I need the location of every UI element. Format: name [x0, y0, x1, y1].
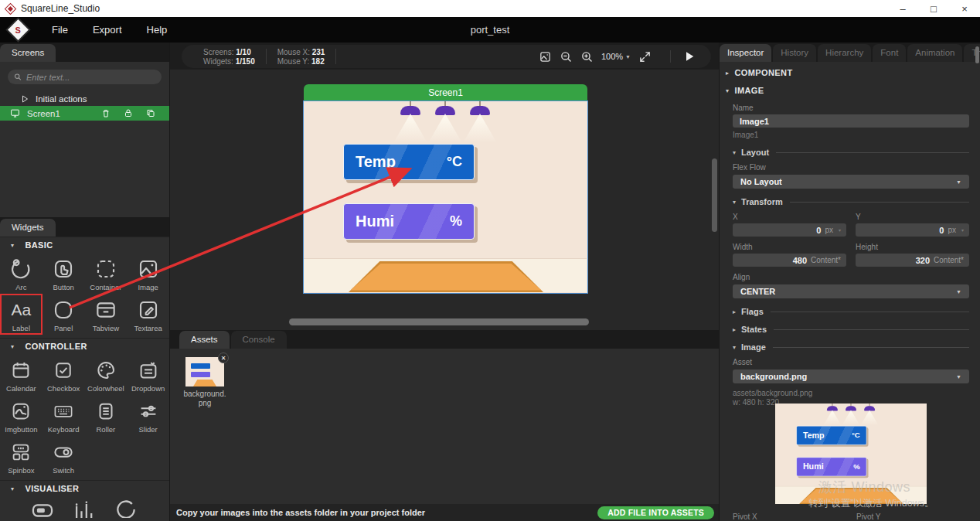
panel-icon — [51, 296, 76, 324]
widget-item-switch[interactable]: Switch — [43, 436, 85, 477]
widget-item-panel[interactable]: Panel — [43, 294, 85, 335]
widget-item-keyboard[interactable]: Keyboard — [43, 395, 85, 436]
tab-screens[interactable]: Screens — [0, 44, 56, 62]
screens-count-value: 1/10 — [236, 48, 250, 56]
flags-section-label: Flags — [741, 307, 764, 316]
widget-item-arc[interactable]: Arc — [0, 253, 43, 294]
name-value: Image1 — [740, 117, 769, 126]
widget-item-slider[interactable]: Slider — [127, 395, 169, 436]
assets-hint-text: Copy your images into the assets folder … — [176, 508, 425, 517]
widget-item-button[interactable]: Button — [43, 253, 85, 294]
align-dropdown[interactable]: CENTER ▼ — [733, 284, 969, 298]
widgets-count-value: 1/150 — [236, 57, 255, 66]
bar-widget-icon[interactable] — [29, 496, 56, 518]
screens-search[interactable] — [8, 70, 162, 84]
widget-item-textarea[interactable]: Textarea — [127, 294, 169, 335]
widget-item-label[interactable]: Aa Label — [0, 294, 43, 335]
asset-background-png[interactable]: ✕ background.png — [183, 357, 226, 408]
search-input[interactable] — [26, 73, 155, 82]
initial-actions-item[interactable]: Initial actions — [0, 91, 169, 106]
flags-section-header[interactable]: ▸ Flags — [733, 307, 969, 316]
menu-help[interactable]: Help — [134, 17, 180, 43]
minimize-button[interactable]: – — [887, 0, 918, 17]
component-section-header[interactable]: ▸ COMPONENT — [720, 66, 980, 80]
x-input[interactable]: 0 px ▾ — [733, 223, 846, 237]
zoom-out-icon[interactable] — [560, 50, 573, 63]
menu-export[interactable]: Export — [80, 17, 134, 43]
tab-hierarchy[interactable]: Hierarchy — [818, 44, 871, 62]
maximize-button[interactable]: □ — [918, 0, 949, 17]
widget-item-imgbutton[interactable]: Imgbutton — [0, 395, 43, 436]
height-input[interactable]: 320 Content* — [856, 254, 969, 267]
y-value: 0 — [939, 226, 944, 235]
tab-history[interactable]: History — [773, 44, 816, 62]
squareline-studio-window: SquareLine_Studio – □ × S File Export He… — [0, 0, 980, 521]
humi-widget-unit: % — [450, 213, 462, 230]
inspector-scrollbar[interactable] — [975, 46, 979, 63]
height-value: 320 — [916, 256, 930, 265]
canvas-horizontal-scrollbar[interactable] — [289, 318, 589, 325]
name-input[interactable]: Image1 — [733, 114, 969, 128]
duplicate-screen-icon[interactable] — [146, 108, 155, 118]
screen1-item[interactable]: Screen1 — [0, 106, 169, 121]
widget-item-dropdown[interactable]: Dropdown — [127, 354, 169, 395]
menu-file[interactable]: File — [39, 17, 80, 43]
screen1-canvas-title: Screen1 — [428, 87, 463, 98]
temp-widget-label: Temp — [356, 153, 396, 171]
zoom-in-icon[interactable] — [580, 50, 594, 63]
transform-section-header[interactable]: ▾ Transform — [733, 197, 969, 206]
asset-thumbnail[interactable]: ✕ — [185, 357, 224, 386]
temp-widget[interactable]: Temp °C — [343, 144, 475, 180]
canvas-area[interactable]: Screen1 Temp °C Humi % — [170, 70, 719, 330]
width-input[interactable]: 480 Content* — [733, 254, 846, 267]
tab-inspector[interactable]: Inspector — [720, 44, 771, 62]
widget-item-calendar[interactable]: Calendar — [0, 354, 43, 395]
section-visualiser[interactable]: ▾ VISUALISER — [0, 480, 169, 496]
tab-console[interactable]: Console — [231, 331, 287, 349]
states-section-header[interactable]: ▸ States — [733, 325, 969, 334]
tab-widgets[interactable]: Widgets — [0, 219, 56, 237]
widget-label: Textarea — [134, 324, 162, 332]
fit-image-icon[interactable] — [539, 50, 552, 63]
image-sub-section-header[interactable]: ▾ Image — [733, 342, 969, 352]
widget-item-image[interactable]: Image — [127, 253, 169, 294]
close-button[interactable]: × — [949, 0, 980, 17]
assets-tabstrip: Assets Console — [170, 330, 719, 349]
section-controller-label: CONTROLLER — [25, 342, 87, 351]
screen1-canvas-header[interactable]: Screen1 — [304, 84, 587, 100]
widget-item-spinbox[interactable]: Spinbox — [0, 436, 43, 477]
tab-assets[interactable]: Assets — [179, 331, 230, 349]
asset-dropdown[interactable]: background.png ▼ — [733, 369, 969, 383]
zoom-level-dropdown[interactable]: 100%▼ — [601, 52, 631, 61]
widget-item-roller[interactable]: Roller — [85, 395, 128, 436]
widget-item-colorwheel[interactable]: Colorwheel — [85, 354, 128, 395]
widget-item-container[interactable]: Container — [85, 253, 128, 294]
fullscreen-icon[interactable] — [638, 50, 652, 63]
image-section-header[interactable]: ▾ IMAGE — [720, 83, 980, 97]
add-file-into-assets-button[interactable]: ADD FILE INTO ASSETS — [597, 506, 714, 519]
lock-screen-icon[interactable] — [124, 108, 133, 118]
screens-count-label: Screens: — [203, 48, 233, 56]
humi-widget[interactable]: Humi % — [343, 203, 475, 240]
play-button[interactable] — [670, 50, 696, 63]
section-basic[interactable]: ▾ BASIC — [0, 237, 169, 253]
unit-caret-icon[interactable]: ▾ — [961, 227, 964, 233]
flex-flow-dropdown[interactable]: No Layout ▼ — [733, 175, 969, 189]
widget-item-tabview[interactable]: Tabview — [85, 294, 128, 335]
spinner-widget-icon[interactable] — [113, 496, 139, 518]
unit-caret-icon[interactable]: ▾ — [839, 227, 841, 233]
delete-screen-icon[interactable] — [101, 108, 111, 118]
screen1-canvas[interactable]: Temp °C Humi % — [303, 100, 588, 294]
tab-font[interactable]: Font — [873, 44, 906, 62]
tab-animation[interactable]: Animation — [907, 44, 962, 62]
remove-asset-icon[interactable]: ✕ — [218, 352, 229, 363]
canvas-vertical-scrollbar[interactable] — [712, 158, 717, 232]
y-input[interactable]: 0 px ▾ — [856, 223, 969, 237]
layout-section-header[interactable]: ▾ Layout — [733, 148, 969, 157]
section-controller[interactable]: ▾ CONTROLLER — [0, 338, 169, 354]
chart-widget-icon[interactable] — [71, 496, 97, 518]
width-unit: Content* — [811, 256, 841, 264]
widget-item-checkbox[interactable]: Checkbox — [43, 354, 85, 395]
image-section-label: IMAGE — [734, 86, 764, 95]
spinbox-icon — [9, 438, 32, 466]
